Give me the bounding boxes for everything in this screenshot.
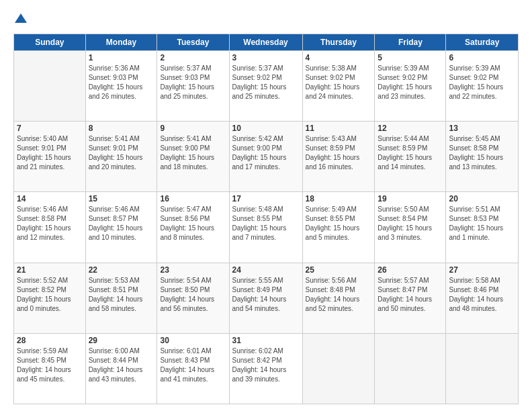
- calendar-cell: 26Sunrise: 5:57 AM Sunset: 8:47 PM Dayli…: [375, 263, 446, 333]
- calendar-cell: 3Sunrise: 5:37 AM Sunset: 9:02 PM Daylig…: [229, 51, 302, 122]
- day-info: Sunrise: 5:54 AM Sunset: 8:50 PM Dayligh…: [160, 276, 226, 314]
- page: SundayMondayTuesdayWednesdayThursdayFrid…: [0, 0, 532, 411]
- calendar-cell: 20Sunrise: 5:51 AM Sunset: 8:53 PM Dayli…: [446, 192, 519, 263]
- day-number: 29: [89, 336, 154, 345]
- calendar-day-header: Wednesday: [229, 34, 302, 51]
- calendar-cell: 4Sunrise: 5:38 AM Sunset: 9:02 PM Daylig…: [302, 51, 375, 122]
- day-number: 23: [160, 265, 226, 275]
- day-info: Sunrise: 5:43 AM Sunset: 8:59 PM Dayligh…: [306, 134, 372, 172]
- day-info: Sunrise: 5:37 AM Sunset: 9:02 PM Dayligh…: [232, 64, 300, 101]
- calendar-week-row: 7Sunrise: 5:40 AM Sunset: 9:01 PM Daylig…: [14, 122, 519, 192]
- calendar-cell: 24Sunrise: 5:55 AM Sunset: 8:49 PM Dayli…: [229, 263, 302, 333]
- day-info: Sunrise: 5:50 AM Sunset: 8:54 PM Dayligh…: [378, 205, 443, 242]
- day-info: Sunrise: 6:01 AM Sunset: 8:43 PM Dayligh…: [160, 347, 226, 384]
- day-number: 2: [160, 53, 226, 62]
- day-info: Sunrise: 5:41 AM Sunset: 9:00 PM Dayligh…: [160, 134, 226, 172]
- header: [13, 12, 519, 27]
- day-info: Sunrise: 5:48 AM Sunset: 8:55 PM Dayligh…: [232, 205, 300, 242]
- day-number: 20: [449, 194, 515, 203]
- calendar-cell: 9Sunrise: 5:41 AM Sunset: 9:00 PM Daylig…: [157, 122, 229, 192]
- day-info: Sunrise: 5:39 AM Sunset: 9:02 PM Dayligh…: [378, 64, 443, 101]
- day-info: Sunrise: 5:55 AM Sunset: 8:49 PM Dayligh…: [232, 276, 300, 314]
- calendar-day-header: Thursday: [302, 34, 375, 51]
- calendar-cell: 12Sunrise: 5:44 AM Sunset: 8:59 PM Dayli…: [375, 122, 446, 192]
- day-number: 26: [378, 265, 443, 275]
- calendar-cell: 18Sunrise: 5:49 AM Sunset: 8:55 PM Dayli…: [302, 192, 375, 263]
- calendar-cell: 13Sunrise: 5:45 AM Sunset: 8:58 PM Dayli…: [446, 122, 519, 192]
- day-number: 24: [232, 265, 300, 275]
- calendar-cell: 2Sunrise: 5:37 AM Sunset: 9:03 PM Daylig…: [157, 51, 229, 122]
- calendar-cell: 22Sunrise: 5:53 AM Sunset: 8:51 PM Dayli…: [85, 263, 157, 333]
- day-number: 8: [89, 124, 154, 133]
- day-number: 22: [89, 265, 154, 275]
- day-info: Sunrise: 5:37 AM Sunset: 9:03 PM Dayligh…: [160, 64, 226, 101]
- logo-icon: [15, 12, 27, 24]
- day-info: Sunrise: 5:59 AM Sunset: 8:45 PM Dayligh…: [17, 347, 83, 384]
- calendar-cell: 5Sunrise: 5:39 AM Sunset: 9:02 PM Daylig…: [375, 51, 446, 122]
- day-info: Sunrise: 5:36 AM Sunset: 9:03 PM Dayligh…: [89, 64, 154, 101]
- calendar-week-row: 28Sunrise: 5:59 AM Sunset: 8:45 PM Dayli…: [14, 333, 519, 404]
- day-number: 18: [306, 194, 372, 203]
- day-number: 6: [449, 53, 515, 62]
- calendar-cell: [14, 51, 86, 122]
- day-info: Sunrise: 5:46 AM Sunset: 8:58 PM Dayligh…: [17, 205, 83, 242]
- day-info: Sunrise: 6:00 AM Sunset: 8:44 PM Dayligh…: [89, 347, 154, 384]
- day-number: 5: [378, 53, 443, 62]
- day-number: 3: [232, 53, 300, 62]
- day-info: Sunrise: 5:52 AM Sunset: 8:52 PM Dayligh…: [17, 276, 83, 314]
- svg-marker-0: [15, 13, 27, 23]
- calendar-cell: 21Sunrise: 5:52 AM Sunset: 8:52 PM Dayli…: [14, 263, 86, 333]
- day-info: Sunrise: 5:40 AM Sunset: 9:01 PM Dayligh…: [17, 134, 83, 172]
- calendar-day-header: Tuesday: [157, 34, 229, 51]
- day-info: Sunrise: 5:44 AM Sunset: 8:59 PM Dayligh…: [378, 134, 443, 172]
- calendar-week-row: 21Sunrise: 5:52 AM Sunset: 8:52 PM Dayli…: [14, 263, 519, 333]
- day-number: 9: [160, 124, 226, 133]
- day-number: 25: [306, 265, 372, 275]
- calendar-cell: 29Sunrise: 6:00 AM Sunset: 8:44 PM Dayli…: [85, 333, 157, 404]
- calendar-cell: 31Sunrise: 6:02 AM Sunset: 8:42 PM Dayli…: [229, 333, 302, 404]
- calendar-day-header: Saturday: [446, 34, 519, 51]
- day-info: Sunrise: 5:41 AM Sunset: 9:01 PM Dayligh…: [89, 134, 154, 172]
- day-info: Sunrise: 5:45 AM Sunset: 8:58 PM Dayligh…: [449, 134, 515, 172]
- calendar-cell: 28Sunrise: 5:59 AM Sunset: 8:45 PM Dayli…: [14, 333, 86, 404]
- calendar-table: SundayMondayTuesdayWednesdayThursdayFrid…: [13, 34, 519, 404]
- calendar-day-header: Monday: [85, 34, 157, 51]
- calendar-cell: 17Sunrise: 5:48 AM Sunset: 8:55 PM Dayli…: [229, 192, 302, 263]
- calendar-day-header: Friday: [375, 34, 446, 51]
- calendar-cell: 1Sunrise: 5:36 AM Sunset: 9:03 PM Daylig…: [85, 51, 157, 122]
- day-number: 14: [17, 194, 83, 203]
- calendar-week-row: 14Sunrise: 5:46 AM Sunset: 8:58 PM Dayli…: [14, 192, 519, 263]
- day-number: 13: [449, 124, 515, 133]
- calendar-cell: 14Sunrise: 5:46 AM Sunset: 8:58 PM Dayli…: [14, 192, 86, 263]
- calendar-cell: 15Sunrise: 5:46 AM Sunset: 8:57 PM Dayli…: [85, 192, 157, 263]
- day-info: Sunrise: 5:53 AM Sunset: 8:51 PM Dayligh…: [89, 276, 154, 314]
- day-number: 19: [378, 194, 443, 203]
- day-info: Sunrise: 5:39 AM Sunset: 9:02 PM Dayligh…: [449, 64, 515, 101]
- calendar-cell: 10Sunrise: 5:42 AM Sunset: 9:00 PM Dayli…: [229, 122, 302, 192]
- day-number: 21: [17, 265, 83, 275]
- day-number: 7: [17, 124, 83, 133]
- day-info: Sunrise: 5:58 AM Sunset: 8:46 PM Dayligh…: [449, 276, 515, 314]
- calendar-week-row: 1Sunrise: 5:36 AM Sunset: 9:03 PM Daylig…: [14, 51, 519, 122]
- day-number: 10: [232, 124, 300, 133]
- calendar-cell: 11Sunrise: 5:43 AM Sunset: 8:59 PM Dayli…: [302, 122, 375, 192]
- calendar-cell: 23Sunrise: 5:54 AM Sunset: 8:50 PM Dayli…: [157, 263, 229, 333]
- day-info: Sunrise: 5:38 AM Sunset: 9:02 PM Dayligh…: [306, 64, 372, 101]
- calendar-cell: 27Sunrise: 5:58 AM Sunset: 8:46 PM Dayli…: [446, 263, 519, 333]
- calendar-cell: 8Sunrise: 5:41 AM Sunset: 9:01 PM Daylig…: [85, 122, 157, 192]
- day-number: 28: [17, 336, 83, 345]
- day-info: Sunrise: 6:02 AM Sunset: 8:42 PM Dayligh…: [232, 347, 300, 384]
- calendar-day-header: Sunday: [14, 34, 86, 51]
- calendar-cell: [446, 333, 519, 404]
- day-info: Sunrise: 5:57 AM Sunset: 8:47 PM Dayligh…: [378, 276, 443, 314]
- calendar-cell: 16Sunrise: 5:47 AM Sunset: 8:56 PM Dayli…: [157, 192, 229, 263]
- calendar-cell: 19Sunrise: 5:50 AM Sunset: 8:54 PM Dayli…: [375, 192, 446, 263]
- day-info: Sunrise: 5:42 AM Sunset: 9:00 PM Dayligh…: [232, 134, 300, 172]
- calendar-cell: 25Sunrise: 5:56 AM Sunset: 8:48 PM Dayli…: [302, 263, 375, 333]
- calendar-cell: [375, 333, 446, 404]
- day-number: 30: [160, 336, 226, 345]
- day-number: 15: [89, 194, 154, 203]
- day-number: 4: [306, 53, 372, 62]
- day-number: 16: [160, 194, 226, 203]
- day-info: Sunrise: 5:56 AM Sunset: 8:48 PM Dayligh…: [306, 276, 372, 314]
